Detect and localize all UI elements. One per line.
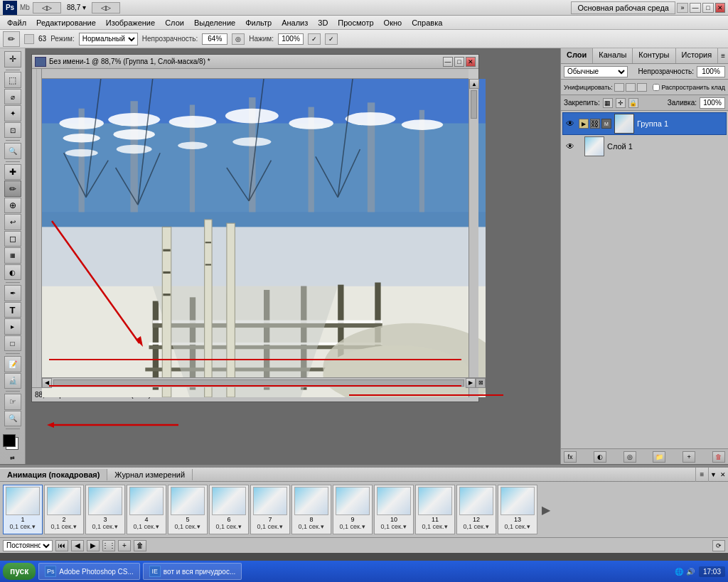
anim-frame-5[interactable]: 5 0,1 сек.▾ xyxy=(168,485,208,534)
tool-rect-select[interactable]: ⬚ xyxy=(4,72,21,88)
anim-close-btn[interactable]: ✕ xyxy=(718,468,728,482)
tool-crop[interactable]: ⊡ xyxy=(4,122,21,139)
layer-visibility-eye-layer1[interactable]: 👁 xyxy=(564,141,576,152)
start-button[interactable]: пуск xyxy=(3,563,36,580)
anim-frame-delay-7[interactable]: 0,1 сек.▾ xyxy=(257,523,284,530)
tool-history-brush[interactable]: ↩ xyxy=(4,214,21,230)
maximize-btn[interactable]: □ xyxy=(702,3,714,13)
loop-select[interactable]: Постоянно xyxy=(3,540,53,551)
anim-panel-menu-btn[interactable]: ≡ xyxy=(695,468,708,482)
tool-type[interactable]: T xyxy=(4,302,21,318)
layer-delete-btn[interactable]: 🗑 xyxy=(712,451,725,463)
layer-opacity-input[interactable] xyxy=(697,66,725,77)
anim-convert-btn[interactable]: ⟳ xyxy=(712,540,725,551)
doc-minimize-btn[interactable]: — xyxy=(443,57,453,67)
anim-frame-delay-1[interactable]: 0,1 сек.▾ xyxy=(10,523,36,530)
scroll-thumb-h[interactable] xyxy=(53,379,464,387)
anim-frame-13[interactable]: 13 0,1 сек.▾ xyxy=(498,485,537,534)
scroll-left-btn[interactable]: ◀ xyxy=(42,378,52,388)
tool-gradient[interactable]: ▦ xyxy=(4,247,21,264)
menu-help[interactable]: Справка xyxy=(407,18,446,28)
anim-delete-frame-btn[interactable]: 🗑 xyxy=(134,540,146,551)
menu-image[interactable]: Изображение xyxy=(102,18,159,28)
tab-history-log[interactable]: Журнал измерений xyxy=(107,469,193,480)
opacity-input[interactable] xyxy=(202,33,228,45)
anim-collapse-btn[interactable]: ▼ xyxy=(708,468,718,482)
layer-new-btn[interactable]: + xyxy=(682,451,695,463)
tool-hand[interactable]: ☞ xyxy=(4,394,21,410)
scroll-right-btn[interactable]: ▶ xyxy=(466,378,476,388)
layer-blend-mode-select[interactable]: Обычные xyxy=(564,66,628,77)
lock-pixel-btn[interactable]: ▦ xyxy=(603,98,613,108)
blend-mode-select[interactable]: Нормальный xyxy=(79,33,138,45)
tool-zoom[interactable]: 🔍 xyxy=(4,411,21,427)
spread-checkbox[interactable] xyxy=(653,84,660,91)
doc-restore-btn[interactable]: □ xyxy=(454,57,464,67)
tab-animation[interactable]: Анимация (покадровая) xyxy=(0,469,107,480)
anim-prev-frame-btn[interactable]: ◀ xyxy=(71,540,84,551)
menu-edit[interactable]: Редактирование xyxy=(32,18,100,28)
layer-mask-btn[interactable]: ◐ xyxy=(594,451,606,463)
tool-move[interactable]: ✛ xyxy=(4,51,21,68)
vertical-scrollbar[interactable]: ▲ ▼ xyxy=(469,79,478,397)
swap-colors-btn[interactable]: ⇄ xyxy=(10,455,15,461)
opacity-airbrush-btn[interactable]: ◎ xyxy=(232,33,245,45)
tool-pen[interactable]: ✒ xyxy=(4,285,21,301)
anim-frame-11[interactable]: 11 0,1 сек.▾ xyxy=(415,485,455,534)
fill-input[interactable] xyxy=(700,97,725,109)
anim-frame-10[interactable]: 10 0,1 сек.▾ xyxy=(374,485,414,534)
anim-new-frame-btn[interactable]: + xyxy=(118,540,131,551)
anim-add-frame-btn[interactable]: ▶ xyxy=(539,485,553,534)
anim-tween-btn[interactable]: ⋮⋮ xyxy=(102,540,115,551)
taskbar-item-photoshop[interactable]: Ps Adobe Photoshop CS... xyxy=(38,563,140,580)
taskbar-item-browser[interactable]: IE вот и вся причудрос... xyxy=(143,563,242,580)
anim-frame-3[interactable]: 3 0,1 сек.▾ xyxy=(85,485,125,534)
layer-row-group1[interactable]: 👁 ▶ ⛓ M Группа 1 xyxy=(562,112,727,135)
menu-file[interactable]: Файл xyxy=(3,18,31,28)
expand-btn[interactable]: » xyxy=(677,3,688,13)
tool-eraser[interactable]: ◻ xyxy=(4,231,21,247)
anim-frame-2[interactable]: 2 0,1 сек.▾ xyxy=(44,485,84,534)
tool-clone[interactable]: ⊕ xyxy=(4,198,21,214)
anim-play-btn[interactable]: ▶ xyxy=(87,540,100,551)
tool-brush[interactable]: ✏ xyxy=(4,180,21,197)
anim-frame-delay-11[interactable]: 0,1 сек.▾ xyxy=(422,523,449,530)
layer-row-layer1[interactable]: 👁 Слой 1 xyxy=(562,135,727,158)
doc-close-btn[interactable]: ✕ xyxy=(466,57,476,67)
anim-frame-delay-9[interactable]: 0,1 сек.▾ xyxy=(340,523,366,530)
pressure-btn2[interactable]: ✓ xyxy=(325,33,338,45)
anim-frame-12[interactable]: 12 0,1 сек.▾ xyxy=(456,485,496,534)
anim-frame-delay-4[interactable]: 0,1 сек.▾ xyxy=(134,523,160,530)
unify-vis-btn[interactable] xyxy=(637,83,647,92)
layer-visibility-eye-group1[interactable]: 👁 xyxy=(564,118,576,129)
anim-first-frame-btn[interactable]: ⏮ xyxy=(55,540,68,551)
anim-frame-1[interactable]: 1 0,1 сек.▾ xyxy=(3,485,43,534)
layer-fx-btn[interactable]: fx xyxy=(564,451,577,463)
tool-heal[interactable]: ✚ xyxy=(4,164,21,180)
tool-lasso[interactable]: ⌀ xyxy=(4,89,21,105)
pressure-stylus-btn[interactable]: ✓ xyxy=(308,33,321,45)
anim-frame-6[interactable]: 6 0,1 сек.▾ xyxy=(209,485,249,534)
menu-window[interactable]: Окно xyxy=(380,18,407,28)
menu-layer[interactable]: Слои xyxy=(161,18,188,28)
horizontal-scrollbar[interactable]: ◀ ▶ ⊠ xyxy=(42,377,486,387)
lock-all-btn[interactable]: 🔒 xyxy=(628,98,638,108)
minimize-btn[interactable]: — xyxy=(690,3,701,13)
anim-frame-delay-8[interactable]: 0,1 сек.▾ xyxy=(299,523,325,530)
anim-frame-delay-13[interactable]: 0,1 сек.▾ xyxy=(505,523,531,530)
tab-paths[interactable]: Контуры xyxy=(633,48,675,63)
tab-layers[interactable]: Слои xyxy=(561,48,593,63)
tool-path-select[interactable]: ▸ xyxy=(4,318,21,335)
anim-frame-8[interactable]: 8 0,1 сек.▾ xyxy=(291,485,331,534)
fg-color-swatch[interactable] xyxy=(3,434,16,447)
tool-shape[interactable]: □ xyxy=(4,335,21,352)
menu-filter[interactable]: Фильтр xyxy=(241,18,276,28)
lock-move-btn[interactable]: ✛ xyxy=(616,98,626,108)
panel-menu-btn[interactable]: ≡ xyxy=(718,48,728,63)
tool-eyedropper[interactable]: 🔍 xyxy=(4,143,21,159)
anim-frame-delay-10[interactable]: 0,1 сек.▾ xyxy=(381,523,407,530)
menu-3d[interactable]: 3D xyxy=(314,18,332,28)
anim-frame-delay-6[interactable]: 0,1 сек.▾ xyxy=(216,523,242,530)
scroll-thumb-v[interactable] xyxy=(471,90,477,119)
anim-frame-delay-12[interactable]: 0,1 сек.▾ xyxy=(464,523,490,530)
